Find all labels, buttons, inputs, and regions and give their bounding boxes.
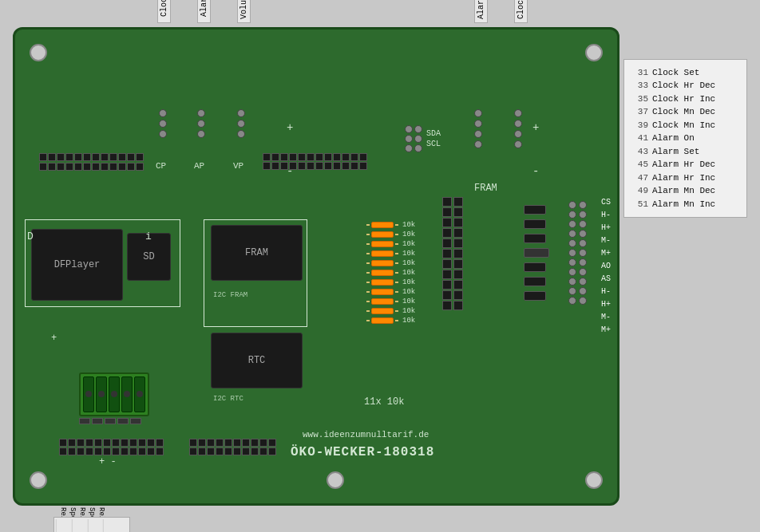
legend-row-49: 49 Alarm Mn Dec xyxy=(632,184,738,198)
bottom-strip-mid xyxy=(189,439,276,455)
volume-pot-label: Volume Pot xyxy=(237,0,251,23)
legend-row-39: 39 Clock Mn Inc xyxy=(632,119,738,132)
right-connectors xyxy=(568,201,587,305)
sda-scl-pins xyxy=(405,125,422,152)
resistor-array: 10k 10k 10k 10k 10k 10k 10k 10k 10k 10k … xyxy=(366,221,415,325)
clock-disp-connector xyxy=(514,109,522,148)
legend-num-43: 43 xyxy=(632,145,648,159)
legend-label-clock-mn-inc: Clock Mn Inc xyxy=(652,119,715,132)
sda-label: SDA xyxy=(426,129,441,138)
legend-row-51: 51 Alarm Mn Inc xyxy=(632,198,738,211)
legend-panel: 31 Clock Set 33 Clock Hr Dec 35 Clock Hr… xyxy=(623,59,747,219)
clock-disp-label: Clock Disp xyxy=(514,0,528,23)
legend-row-43: 43 Alarm Set xyxy=(632,145,738,159)
legend-num-37: 37 xyxy=(632,105,648,119)
right-side-labels: CS H- H+ M- M+ AO AS H- H+ M- M+ xyxy=(601,197,611,336)
rtc-ic: RTC xyxy=(211,333,303,388)
clock-pot-label: Clock Pot xyxy=(157,0,171,23)
legend-row-33: 33 Clock Hr Dec xyxy=(632,79,738,93)
right-button-components xyxy=(524,205,549,301)
legend-num-47: 47 xyxy=(632,171,648,185)
ap-label: AP xyxy=(194,161,204,171)
alarm-pot-connector xyxy=(197,109,205,138)
mount-hole-bl xyxy=(30,471,47,489)
alarm-pot-label: Alarm Pot xyxy=(197,0,211,23)
volume-pot-connector xyxy=(237,109,245,138)
legend-num-51: 51 xyxy=(632,198,648,211)
i-label: i xyxy=(145,231,152,242)
plus-top-label: + xyxy=(532,121,539,134)
mount-hole-bm xyxy=(327,471,344,489)
legend-num-35: 35 xyxy=(632,93,648,106)
legend-label-alarm-mn-dec: Alarm Mn Dec xyxy=(652,184,715,198)
main-connector xyxy=(442,197,463,310)
dfplayer-outline xyxy=(25,219,180,307)
legend-label-alarm-hr-dec: Alarm Hr Dec xyxy=(652,158,715,171)
legend-row-37: 37 Clock Mn Dec xyxy=(632,105,738,119)
clock-pot-connector xyxy=(159,109,167,138)
legend-num-41: 41 xyxy=(632,132,648,145)
bottom-strip-left xyxy=(59,439,164,455)
mount-hole-tr xyxy=(585,44,603,61)
minus-top-label: - xyxy=(532,165,539,178)
legend-row-35: 35 Clock Hr Inc xyxy=(632,93,738,106)
vp-label: VP xyxy=(233,161,243,171)
board-title: ÖKO-WECKER-180318 xyxy=(291,445,434,459)
top-strip-right xyxy=(263,153,367,170)
screw-terminal-left xyxy=(79,372,149,424)
scl-label: SCL xyxy=(426,140,441,148)
legend-num-45: 45 xyxy=(632,158,648,171)
fram-outline xyxy=(204,219,307,327)
fram-sublabel: I2C FRAM xyxy=(213,291,247,299)
legend-label-clock-hr-dec: Clock Hr Dec xyxy=(652,79,715,93)
legend-row-45: 45 Alarm Hr Dec xyxy=(632,158,738,171)
legend-label-alarm-on: Alarm On xyxy=(652,132,695,145)
legend-label-alarm-hr-inc: Alarm Hr Inc xyxy=(652,171,715,185)
legend-label-alarm-mn-inc: Alarm Mn Inc xyxy=(652,198,715,211)
legend-num-33: 33 xyxy=(632,79,648,93)
legend-row-31: 31 Clock Set xyxy=(632,66,738,80)
legend-row-41: 41 Alarm On xyxy=(632,132,738,145)
rtc-sublabel: I2C RTC xyxy=(213,395,243,403)
displays-label: FRAM xyxy=(474,183,497,194)
alarm-disp-label: Alarm Disp xyxy=(474,0,488,23)
alarm-disp-connector xyxy=(474,109,482,148)
plus-left-label: + xyxy=(287,121,293,134)
top-strip-left xyxy=(39,153,144,171)
legend-label-clock-hr-inc: Clock Hr Inc xyxy=(652,93,715,106)
cp-label: CP xyxy=(156,161,166,171)
bottom-pm-label: + - xyxy=(99,456,117,467)
resistor-count-label: 11x 10k xyxy=(364,396,404,408)
legend-num-49: 49 xyxy=(632,184,648,198)
mount-hole-tl xyxy=(30,44,47,61)
website-label: www.ideenzumnulltarif.de xyxy=(303,430,429,439)
mount-hole-br xyxy=(585,471,603,489)
pcb-board: Clock Pot Alarm Pot Volume Pot Alarm Dis… xyxy=(13,27,619,506)
legend-num-39: 39 xyxy=(632,119,648,132)
page-container: Clock Pot Alarm Pot Volume Pot Alarm Dis… xyxy=(13,27,747,506)
legend-label-alarm-set: Alarm Set xyxy=(652,145,699,159)
legend-label-clock-set: Clock Set xyxy=(652,66,699,80)
d-label: D xyxy=(27,231,34,242)
minus-left-label: - xyxy=(287,165,293,178)
legend-label-clock-mn-dec: Clock Mn Dec xyxy=(652,105,715,119)
legend-num-31: 31 xyxy=(632,66,648,80)
bottom-label-box: Relay + Speaker + Relay - Speaker - Rela… xyxy=(53,517,130,533)
plus-screw-label: + xyxy=(51,333,57,344)
legend-row-47: 47 Alarm Hr Inc xyxy=(632,171,738,185)
